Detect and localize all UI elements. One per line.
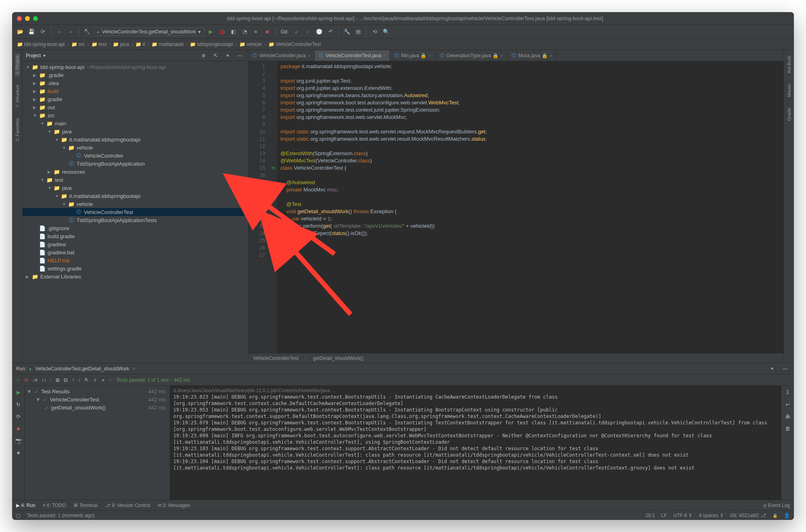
test-results-tree[interactable]: ▼✓ Test Results 442 ms ▼✓ VehicleControl…	[25, 386, 170, 500]
tree-item[interactable]: 📄settings.gradle	[23, 264, 248, 272]
editor-tab[interactable]: ⒸVehicleControllerTest.java ×	[315, 50, 391, 61]
tree-item[interactable]: ▼📁java	[23, 127, 248, 135]
indent[interactable]: 4 spaces ⇕	[699, 513, 723, 518]
tree-item[interactable]: ▶📁External Libraries	[23, 272, 248, 281]
more-icon[interactable]: »	[102, 377, 104, 383]
run-button[interactable]: ▶	[206, 27, 216, 37]
run-panel-hide-icon[interactable]: —	[780, 364, 790, 374]
stop-button[interactable]: ■	[262, 27, 272, 37]
tab-todo[interactable]: ≡ 6: TODO	[43, 503, 66, 508]
tree-item[interactable]: 📄gradlew.bat	[23, 248, 248, 256]
test-class-row[interactable]: ▼✓ VehicleControllerTest 442 ms	[27, 395, 168, 403]
close-window-button[interactable]	[17, 16, 22, 21]
sync-icon[interactable]: ⟲	[370, 27, 380, 37]
pass-filter-icon[interactable]: ✓	[16, 377, 20, 383]
event-log-tab[interactable]: ◎ Event Log	[763, 503, 790, 508]
breadcrumb-item[interactable]: 📁 VehicleControllerTest	[267, 42, 323, 47]
breadcrumb-item[interactable]: 📁 test	[90, 42, 108, 47]
tree-item[interactable]: ▶📁resources	[23, 168, 248, 176]
breadcrumb-item[interactable]: 📁 it	[134, 42, 147, 47]
lock-icon[interactable]	[773, 513, 777, 518]
sort-time-icon[interactable]: ↓↑	[42, 377, 46, 383]
next-fail-icon[interactable]: ↓	[78, 377, 81, 383]
tree-item[interactable]: ▶📁gradle	[23, 95, 248, 103]
tool-tab-ant[interactable]: Ant Build	[787, 53, 791, 76]
line-ending[interactable]: LF	[661, 513, 667, 518]
dump-threads-icon[interactable]: 📷	[14, 436, 23, 445]
soft-wrap-icon[interactable]: ↩	[783, 399, 793, 409]
toggle-autorun-icon[interactable]: ⟳	[14, 411, 23, 421]
settings-icon[interactable]: 🔧	[342, 27, 352, 37]
vcs-history-icon[interactable]: 🕘	[314, 27, 324, 37]
editor-tab[interactable]: ⒸVehicleController.java ×	[248, 50, 315, 61]
run-config-selector[interactable]: ▸ VehicleControllerTest.getDetail_should…	[93, 28, 204, 36]
tool-tab-favorites[interactable]: 2: Favorites	[15, 116, 20, 143]
vcs-commit-icon[interactable]: ✓	[303, 27, 313, 37]
fail-filter-icon[interactable]: ⊘	[24, 377, 28, 383]
tree-item[interactable]: ▶📁out	[23, 103, 248, 111]
inspections-icon[interactable]: 👤	[784, 513, 790, 518]
attach-button[interactable]: ⎆	[251, 27, 261, 37]
vcs-revert-icon[interactable]: ↶	[326, 27, 335, 37]
editor-tab[interactable]: ⒸMin.java 🔒 ×	[390, 50, 435, 61]
rerun-button[interactable]: ▶	[14, 387, 23, 397]
export-icon[interactable]: ⇱	[85, 377, 89, 383]
tree-item[interactable]: ⒸTddSpringBootApiApplication	[23, 160, 248, 168]
breadcrumb-item[interactable]: 📁 vehicle	[238, 42, 263, 47]
undo-nav-icon[interactable]: ←	[54, 27, 64, 37]
git-branch[interactable]: Git: 4021abf2 ⎇	[730, 513, 766, 518]
tool-tab-gradle[interactable]: Gradle	[787, 105, 791, 123]
profile-button[interactable]: ◔	[240, 27, 249, 37]
project-tree[interactable]: ▼📁tdd-spring-boot-api~/Repositories/tdd-…	[23, 61, 248, 363]
tool-tab-structure[interactable]: 7: Structure	[15, 82, 20, 110]
prev-fail-icon[interactable]: ↑	[72, 377, 74, 383]
breadcrumb-item[interactable]: 📁 java	[111, 42, 131, 47]
tool-tab-maven[interactable]: Maven	[787, 81, 791, 100]
tree-item[interactable]: 📄HELP.md	[23, 256, 248, 264]
tab-terminal[interactable]: ⌘ Terminal	[73, 503, 98, 508]
editor-tab[interactable]: ⒸMock.java 🔒 ×	[507, 50, 557, 61]
breadcrumb-method[interactable]: getDetail_shouldWork()	[313, 355, 364, 361]
tab-run[interactable]: ▶ 4: Run	[16, 503, 35, 508]
tree-item[interactable]: ▶📁build	[23, 87, 248, 95]
refresh-icon[interactable]: ⟳	[38, 27, 48, 37]
tree-item[interactable]: ⒸVehicleController	[23, 152, 248, 160]
chevron-down-icon[interactable]: ▾	[43, 53, 46, 58]
breadcrumb-item[interactable]: 📁 src	[70, 42, 87, 47]
status-icon[interactable]: ▢	[16, 513, 21, 518]
vcs-update-icon[interactable]: ↙	[292, 27, 301, 37]
maximize-window-button[interactable]	[33, 16, 38, 21]
gutter-icons[interactable]: ⟲⟲💡	[269, 61, 277, 353]
tree-item[interactable]: ▶📁.idea	[23, 79, 248, 87]
code-content[interactable]: package it.mattianatali.tddspringbootapi…	[277, 61, 783, 353]
breadcrumb-class[interactable]: VehicleControllerTest	[253, 355, 299, 361]
tree-item[interactable]: ▼📁vehicle	[23, 143, 248, 152]
breadcrumb-item[interactable]: 📁 mattianatali	[150, 42, 185, 47]
scroll-from-source-icon[interactable]: ⊕	[199, 51, 208, 60]
tree-item[interactable]: 📄build.gradle	[23, 232, 248, 240]
test-root[interactable]: ▼✓ Test Results 442 ms	[27, 387, 168, 395]
tree-item[interactable]: ▼📁it.mattianatali.tddspringbootapi	[23, 135, 248, 143]
tree-item[interactable]: ▼📁test	[23, 176, 248, 184]
sort-icon[interactable]: ↓≡	[32, 377, 37, 383]
run-panel-settings-icon[interactable]: ✶	[767, 364, 777, 374]
build-icon[interactable]: 🔨	[82, 27, 92, 37]
expand-all-icon[interactable]: ⊞	[56, 377, 60, 383]
coverage-button[interactable]: ◧	[229, 27, 238, 37]
search-everywhere-icon[interactable]: 🔍	[381, 27, 391, 37]
test-method-row[interactable]: ✓ getDetail_shouldWork() 442 ms	[27, 403, 168, 411]
hide-panel-icon[interactable]: —	[235, 51, 245, 60]
breadcrumb-item[interactable]: 📁 tdd-spring-boot-api	[15, 42, 66, 47]
tab-messages[interactable]: ✉ 0: Messages	[158, 503, 190, 508]
redo-nav-icon[interactable]: →	[66, 27, 75, 37]
editor-body[interactable]: 1234567891011121314151617181920212223242…	[248, 61, 783, 353]
scroll-to-end-icon[interactable]: ↧	[783, 387, 793, 397]
tree-item[interactable]: 📄gradlew	[23, 240, 248, 248]
panel-settings-icon[interactable]: ✶	[223, 51, 233, 60]
open-file-icon[interactable]: 📂	[15, 27, 25, 37]
project-structure-icon[interactable]: ▤	[353, 27, 363, 37]
collapse-all-icon[interactable]: ⇱	[211, 51, 220, 60]
breadcrumb-item[interactable]: 📁 tddspringbootapi	[188, 42, 235, 47]
tree-item[interactable]: ⒸVehicleControllerTest	[23, 208, 248, 216]
collapse-all-icon[interactable]: ⊟	[64, 377, 68, 383]
